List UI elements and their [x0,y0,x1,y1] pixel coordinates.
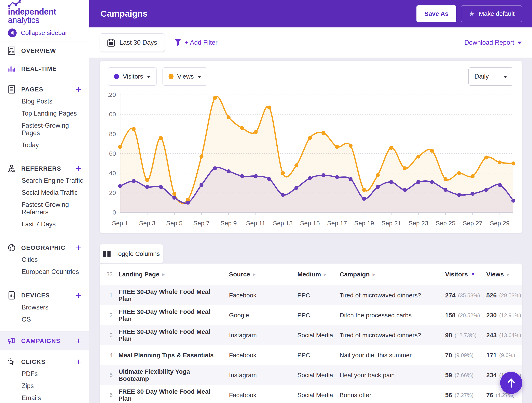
download-report-button[interactable]: Download Report [464,39,522,46]
sidebar-subitem[interactable]: Cities [0,254,89,266]
sidebar-subitem[interactable]: OS [0,313,89,326]
add-report-icon[interactable]: + [76,164,81,173]
date-range-button[interactable]: Last 30 Days [100,33,165,52]
sidebar-subitem[interactable]: Blog Posts [0,96,89,108]
landing-page-cell[interactable]: FREE 30-Day Whole Food Meal Plan [119,385,226,403]
devices-icon [8,291,15,300]
svg-text:100: 100 [108,111,116,118]
granularity-select[interactable]: Daily [469,67,513,86]
scroll-to-top-button[interactable] [500,372,522,394]
sidebar-section-geographic: GEOGRAPHIC + CitiesEuropean Countries [0,236,89,284]
landing-page-cell[interactable]: FREE 30-Day Whole Food Meal Plan [119,325,226,345]
medium-cell: PPC [297,345,340,365]
toggle-columns-label: Toggle Columns [115,250,160,257]
landing-page-cell[interactable]: FREE 30-Day Whole Food Meal Plan [119,305,226,325]
sidebar-subitem[interactable]: Today [0,139,89,151]
column-header-visitors[interactable]: Visitors▼ [445,263,486,285]
column-header-source[interactable]: Source▸ [226,263,297,285]
sidebar-section-label: GEOGRAPHIC [21,244,65,251]
svg-text:Sep 25: Sep 25 [436,220,455,227]
table-row[interactable]: 2 FREE 30-Day Whole Food Meal Plan Googl… [100,305,522,325]
sort-icon: ▸ [324,271,326,277]
collapse-sidebar-button[interactable]: Collapse sidebar [0,24,89,42]
row-count: 33 [100,263,119,285]
row-number: 1 [100,285,119,305]
sidebar-item-geographic[interactable]: GEOGRAPHIC + [0,242,89,254]
sidebar-subitem[interactable]: Top Landing Pages [0,108,89,120]
sidebar-item-campaigns[interactable]: CAMPAIGNS + [0,332,89,350]
make-default-button[interactable]: ★ Make default [461,5,522,22]
legend-chip-visitors[interactable]: Visitors [108,67,157,86]
sidebar-subitem[interactable]: Social Media Traffic [0,187,89,199]
campaign-cell: Tired of microwaved dinners? [340,285,445,305]
visitors-cell: 70(9.09%) [445,345,486,365]
svg-text:Sep 29: Sep 29 [490,220,510,227]
arrow-up-icon [507,378,516,388]
sidebar-subitem[interactable]: European Countries [0,266,89,278]
table-row[interactable]: 3 FREE 30-Day Whole Food Meal Plan Insta… [100,325,522,345]
table-row[interactable]: 1 FREE 30-Day Whole Food Meal Plan Faceb… [100,285,522,305]
visitors-cell: 56(7.27%) [445,385,486,403]
column-header-medium[interactable]: Medium▸ [297,263,340,285]
sidebar-item-real-time[interactable]: REAL-TIME [0,60,89,78]
campaigns-table-card: 33 Landing Page▸ Source▸ Medium▸ Campaig… [100,263,522,403]
sidebar-item-referrers[interactable]: REFERRERS + [0,163,89,175]
star-icon: ★ [469,10,475,18]
page-header: Campaigns Save As ★ Make default [89,0,532,27]
landing-page-cell[interactable]: Meal Planning Tips & Essentials [119,345,226,365]
realtime-icon [8,65,15,72]
make-default-label: Make default [479,10,514,17]
sidebar-subitem[interactable]: Fastest-Growing Referrers [0,199,89,218]
sidebar-item-clicks[interactable]: CLICKS + [0,356,89,368]
sidebar-subitem[interactable]: Search Engine Traffic [0,175,89,187]
sidebar-item-overview[interactable]: OVERVIEW [0,42,89,60]
save-as-button[interactable]: Save As [417,5,456,22]
add-report-icon[interactable]: + [76,336,81,346]
sidebar-section-referrers: REFERRERS + Search Engine TrafficSocial … [0,157,89,236]
svg-text:Sep 9: Sep 9 [221,220,237,227]
landing-page-cell[interactable]: Ultimate Flexibility Yoga Bootcamp [119,365,226,385]
row-number: 4 [100,345,119,365]
table-row[interactable]: 5 Ultimate Flexibility Yoga Bootcamp Ins… [100,365,522,385]
column-header-campaign[interactable]: Campaign▸ [340,263,445,285]
landing-page-cell[interactable]: FREE 30-Day Whole Food Meal Plan [119,285,226,305]
sidebar-subitem[interactable]: Browsers [0,301,89,313]
granularity-value: Daily [475,73,489,80]
referrers-icon [8,165,15,173]
sidebar-item-pages[interactable]: PAGES + [0,83,89,96]
sidebar-subitem[interactable]: Zips [0,380,89,392]
add-report-icon[interactable]: + [76,357,81,367]
svg-text:Sep 1: Sep 1 [112,220,128,227]
sidebar-subitem[interactable]: Fastest-Growing Pages [0,120,89,139]
add-filter-label: + Add Filter [185,39,218,46]
sidebar-subitem[interactable]: Last 7 Days [0,218,89,230]
views-cell: 526(29.53%) [486,285,522,305]
sidebar-section-label: CAMPAIGNS [21,338,60,344]
add-filter-button[interactable]: + Add Filter [174,38,218,47]
sort-desc-icon: ▼ [471,272,475,277]
overview-icon [8,47,15,55]
add-report-icon[interactable]: + [76,291,81,300]
sidebar-section-label: DEVICES [21,292,50,299]
sidebar-subitem[interactable]: PDFs [0,368,89,380]
svg-text:Sep 27: Sep 27 [463,220,482,227]
source-cell: Facebook [226,285,297,305]
sidebar-item-devices[interactable]: DEVICES + [0,289,89,301]
column-header-views[interactable]: Views▸ [486,263,522,285]
chevron-down-icon [147,76,151,78]
svg-text:Sep 15: Sep 15 [300,220,320,227]
legend-chip-views[interactable]: Views [163,67,207,86]
add-report-icon[interactable]: + [76,85,81,94]
column-header-landing-page[interactable]: Landing Page▸ [119,263,226,285]
table-row[interactable]: 4 Meal Planning Tips & Essentials Facebo… [100,345,522,365]
table-row[interactable]: 6 FREE 30-Day Whole Food Meal Plan Faceb… [100,385,522,403]
toggle-columns-button[interactable]: Toggle Columns [100,244,163,263]
pages-icon [8,85,15,94]
sidebar-subitem[interactable]: Emails [0,392,89,403]
visitors-cell: 98(12.73%) [445,325,486,345]
sidebar: independent analytics Collapse sidebar O… [0,0,89,403]
date-range-label: Last 30 Days [120,39,157,46]
sidebar-section-label: REFERRERS [21,165,61,172]
svg-text:120: 120 [108,92,116,98]
add-report-icon[interactable]: + [76,243,81,253]
